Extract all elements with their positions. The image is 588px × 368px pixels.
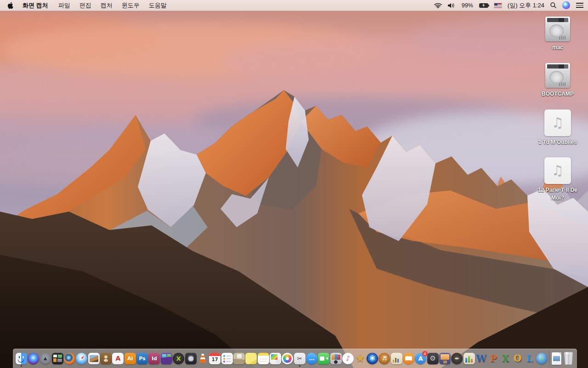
dock-messages[interactable]: … bbox=[306, 351, 318, 366]
dock-stickies[interactable] bbox=[245, 351, 257, 366]
illustrator-icon: Ai bbox=[124, 353, 136, 364]
dock-imovie[interactable]: ★ bbox=[354, 351, 366, 366]
dock-mission-control[interactable] bbox=[51, 351, 63, 366]
notification-center-icon[interactable] bbox=[576, 0, 583, 11]
desktop-icon-label: BOOTCAMP bbox=[542, 90, 574, 98]
dock-word[interactable]: W bbox=[475, 351, 487, 366]
dock-image-capture[interactable] bbox=[270, 351, 282, 366]
battery-charging-icon[interactable] bbox=[479, 0, 488, 11]
dock-firefox[interactable] bbox=[63, 351, 75, 366]
acrobat-reader-glyph: A bbox=[115, 355, 120, 362]
dock-garageband[interactable]: ♬ bbox=[379, 351, 390, 366]
office-documents-icon bbox=[391, 353, 402, 364]
menu-item-1[interactable]: 파일 bbox=[54, 0, 75, 11]
indesign-icon: Id bbox=[148, 353, 160, 364]
dock-preview[interactable] bbox=[88, 351, 100, 366]
desktop-icon-parle-t-il-de-moi[interactable]: ♫12 Parle-T-Il De Moi? bbox=[533, 157, 582, 202]
dock-dvd-player[interactable] bbox=[366, 351, 378, 366]
dock-photoshop[interactable]: Ps bbox=[136, 351, 148, 366]
notes-icon bbox=[258, 353, 269, 364]
firefox-icon bbox=[64, 353, 75, 364]
indesign-glyph: Id bbox=[152, 356, 157, 361]
menu-item-4[interactable]: 윈도우 bbox=[117, 0, 144, 11]
dock-stuffit-expander[interactable] bbox=[233, 351, 245, 366]
dock-launchpad[interactable]: ▲ bbox=[40, 351, 51, 366]
dock-ibooks[interactable] bbox=[403, 351, 415, 366]
dock-toast-titanium[interactable] bbox=[160, 351, 172, 366]
menu-item-2[interactable]: 편집 bbox=[75, 0, 96, 11]
audio-file-icon: ♫ bbox=[544, 157, 571, 184]
dock-outlook[interactable]: O bbox=[512, 351, 524, 366]
dock-vlc[interactable] bbox=[197, 351, 209, 366]
menu-clock[interactable]: (일) 오후 1:24 bbox=[508, 1, 544, 10]
dock-acrobat-reader[interactable]: A bbox=[112, 351, 124, 366]
messages-glyph: … bbox=[309, 356, 315, 361]
dock-illustrator[interactable]: Ai bbox=[124, 351, 136, 366]
jpeg-document-icon bbox=[552, 352, 561, 365]
dock-photo-booth[interactable] bbox=[330, 351, 342, 366]
preview-icon bbox=[88, 353, 100, 364]
dock-office-documents[interactable] bbox=[390, 351, 402, 366]
outlook-icon: O bbox=[512, 353, 523, 364]
dock-contacts[interactable] bbox=[100, 351, 112, 366]
finder-icon bbox=[16, 353, 27, 364]
dock-grab-screen-capture[interactable]: ✂ bbox=[294, 351, 305, 366]
volume-icon[interactable] bbox=[448, 0, 456, 11]
safari-icon bbox=[76, 353, 87, 364]
music-note-glyph: ♫ bbox=[552, 164, 564, 178]
dock-lync[interactable]: L bbox=[524, 351, 536, 366]
dock-finder[interactable] bbox=[15, 351, 27, 366]
dock-calendar[interactable]: 17 bbox=[209, 351, 221, 366]
dock-trash[interactable] bbox=[563, 351, 575, 366]
battery-percent: 99% bbox=[462, 2, 473, 9]
dock-internet-downloader[interactable]: ↓ bbox=[536, 351, 548, 366]
dock-itunes[interactable]: ♪ bbox=[342, 351, 354, 366]
dock-numbers[interactable] bbox=[463, 351, 475, 366]
us-flag-input-icon[interactable] bbox=[494, 0, 502, 11]
dock-photos[interactable] bbox=[282, 351, 294, 366]
dock-disc-burner[interactable] bbox=[185, 351, 197, 366]
desktop-icon-label: 12 Parle-T-Il De Moi? bbox=[534, 186, 582, 202]
siri-icon[interactable] bbox=[562, 0, 570, 11]
dock-jpeg-document[interactable] bbox=[550, 351, 562, 366]
app-menu-title[interactable]: 화면 캡처 bbox=[18, 0, 54, 11]
dock-macx-dvd[interactable]: X bbox=[173, 351, 185, 366]
keynote-icon bbox=[439, 353, 451, 364]
messages-icon: … bbox=[306, 353, 317, 364]
itunes-glyph: ♪ bbox=[346, 355, 351, 362]
dock-excel[interactable]: X bbox=[499, 351, 511, 366]
dock-keynote[interactable] bbox=[439, 351, 451, 366]
dock-indesign[interactable]: Id bbox=[148, 351, 160, 366]
wifi-icon[interactable] bbox=[434, 0, 442, 11]
menu-bar: 화면 캡처파일편집캡처윈도우도움말 99% (일) 오후 1:24 bbox=[0, 0, 588, 11]
dock-app-store[interactable]: A4 bbox=[415, 351, 427, 366]
dock-powerpoint[interactable]: P bbox=[487, 351, 499, 366]
apple-menu[interactable] bbox=[5, 0, 18, 11]
dock-safari[interactable] bbox=[76, 351, 88, 366]
dock-system-preferences[interactable]: ⚙ bbox=[427, 351, 439, 366]
facetime-icon bbox=[318, 353, 329, 364]
photoshop-glyph: Ps bbox=[139, 356, 145, 361]
outlook-glyph: O bbox=[514, 354, 521, 363]
imovie-glyph: ★ bbox=[355, 353, 365, 364]
wallpaper bbox=[0, 11, 588, 368]
disc-burner-icon bbox=[185, 353, 197, 364]
desktop-icon-label: mac bbox=[552, 44, 563, 52]
desktop-icon-bootcamp[interactable]: BOOTCAMP bbox=[533, 63, 582, 98]
itunes-icon: ♪ bbox=[342, 353, 354, 364]
desktop-icon-mac[interactable]: mac bbox=[533, 17, 582, 52]
dock-pages[interactable]: ✒ bbox=[451, 351, 463, 366]
system-preferences-glyph: ⚙ bbox=[430, 355, 435, 362]
desktop-icon-tu-moublies[interactable]: ♫1 Tu M'Oublies bbox=[533, 109, 582, 146]
dock-siri[interactable] bbox=[27, 351, 39, 366]
dock-facetime[interactable] bbox=[318, 351, 330, 366]
menu-item-5[interactable]: 도움말 bbox=[144, 0, 171, 11]
photo-booth-icon bbox=[330, 353, 342, 364]
garageband-icon: ♬ bbox=[379, 353, 390, 364]
screen: 화면 캡처파일편집캡처윈도우도움말 99% (일) 오후 1:24 bbox=[0, 0, 588, 368]
menu-item-3[interactable]: 캡처 bbox=[96, 0, 117, 11]
dock-separator bbox=[549, 351, 549, 366]
dock-notes[interactable] bbox=[257, 351, 269, 366]
spotlight-search-icon[interactable] bbox=[550, 0, 556, 11]
dock-reminders[interactable] bbox=[221, 351, 233, 366]
